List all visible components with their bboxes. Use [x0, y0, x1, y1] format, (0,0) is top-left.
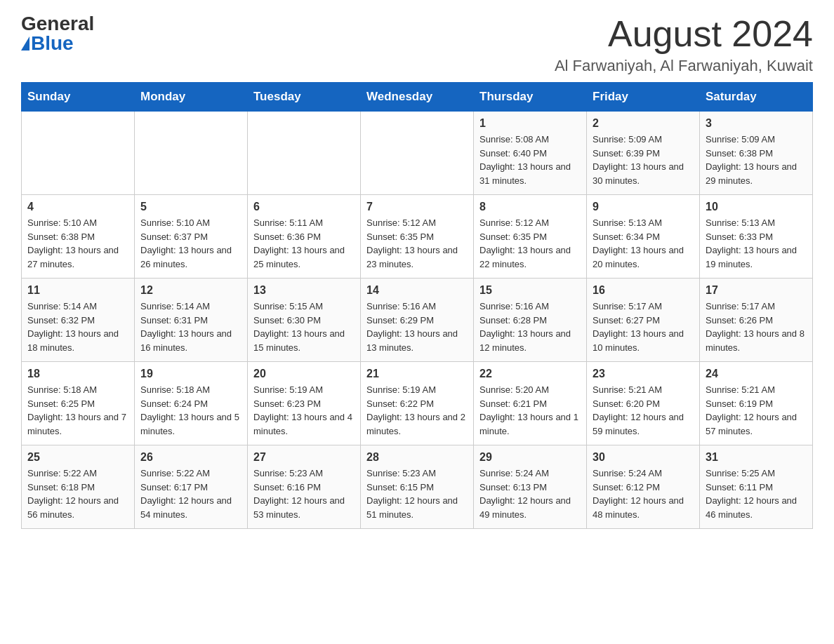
day-info: Sunrise: 5:21 AM Sunset: 6:20 PM Dayligh… [593, 383, 694, 438]
calendar-cell: 22Sunrise: 5:20 AM Sunset: 6:21 PM Dayli… [474, 362, 587, 445]
day-number: 19 [140, 368, 241, 380]
day-number: 7 [366, 201, 468, 213]
calendar-cell: 24Sunrise: 5:21 AM Sunset: 6:19 PM Dayli… [700, 362, 813, 445]
calendar-cell: 8Sunrise: 5:12 AM Sunset: 6:35 PM Daylig… [474, 195, 587, 279]
day-number: 15 [479, 284, 581, 297]
day-number: 28 [366, 451, 468, 464]
day-number: 29 [479, 451, 581, 464]
calendar-week-row: 4Sunrise: 5:10 AM Sunset: 6:38 PM Daylig… [22, 195, 813, 279]
calendar-cell: 17Sunrise: 5:17 AM Sunset: 6:26 PM Dayli… [700, 279, 813, 362]
calendar-cell: 31Sunrise: 5:25 AM Sunset: 6:11 PM Dayli… [700, 445, 813, 529]
day-info: Sunrise: 5:09 AM Sunset: 6:38 PM Dayligh… [706, 133, 807, 187]
day-number: 21 [366, 368, 468, 380]
calendar-cell: 4Sunrise: 5:10 AM Sunset: 6:38 PM Daylig… [22, 195, 135, 279]
day-info: Sunrise: 5:18 AM Sunset: 6:24 PM Dayligh… [140, 383, 241, 438]
day-info: Sunrise: 5:19 AM Sunset: 6:22 PM Dayligh… [366, 383, 468, 438]
day-info: Sunrise: 5:11 AM Sunset: 6:36 PM Dayligh… [253, 216, 355, 271]
logo-blue-text: Blue [21, 34, 74, 53]
day-info: Sunrise: 5:14 AM Sunset: 6:32 PM Dayligh… [27, 300, 128, 354]
weekday-header-sunday: Sunday [22, 83, 135, 112]
day-number: 14 [366, 284, 468, 297]
day-number: 30 [593, 451, 694, 464]
day-number: 26 [140, 451, 241, 464]
logo: General Blue [21, 14, 94, 53]
day-info: Sunrise: 5:23 AM Sunset: 6:15 PM Dayligh… [366, 467, 468, 521]
day-number: 1 [479, 117, 581, 130]
calendar-cell [248, 112, 361, 195]
day-number: 24 [706, 368, 807, 380]
day-info: Sunrise: 5:12 AM Sunset: 6:35 PM Dayligh… [366, 216, 468, 271]
day-number: 17 [706, 284, 807, 297]
day-info: Sunrise: 5:22 AM Sunset: 6:18 PM Dayligh… [27, 467, 128, 521]
calendar-cell [22, 112, 135, 195]
month-title: August 2024 [555, 14, 813, 54]
logo-general-text: General [21, 14, 94, 34]
day-info: Sunrise: 5:19 AM Sunset: 6:23 PM Dayligh… [253, 383, 355, 438]
calendar-table: SundayMondayTuesdayWednesdayThursdayFrid… [21, 82, 813, 529]
day-info: Sunrise: 5:16 AM Sunset: 6:28 PM Dayligh… [479, 300, 581, 354]
calendar-cell: 27Sunrise: 5:23 AM Sunset: 6:16 PM Dayli… [248, 445, 361, 529]
day-info: Sunrise: 5:24 AM Sunset: 6:13 PM Dayligh… [479, 467, 581, 521]
day-info: Sunrise: 5:22 AM Sunset: 6:17 PM Dayligh… [140, 467, 241, 521]
weekday-header-wednesday: Wednesday [361, 83, 474, 112]
calendar-cell: 12Sunrise: 5:14 AM Sunset: 6:31 PM Dayli… [135, 279, 248, 362]
weekday-header-friday: Friday [587, 83, 700, 112]
calendar-cell: 15Sunrise: 5:16 AM Sunset: 6:28 PM Dayli… [474, 279, 587, 362]
location-title: Al Farwaniyah, Al Farwaniyah, Kuwait [555, 57, 813, 75]
day-info: Sunrise: 5:20 AM Sunset: 6:21 PM Dayligh… [479, 383, 581, 438]
day-number: 22 [479, 368, 581, 380]
calendar-cell: 1Sunrise: 5:08 AM Sunset: 6:40 PM Daylig… [474, 112, 587, 195]
day-info: Sunrise: 5:13 AM Sunset: 6:34 PM Dayligh… [593, 216, 694, 271]
calendar-cell: 23Sunrise: 5:21 AM Sunset: 6:20 PM Dayli… [587, 362, 700, 445]
day-number: 8 [479, 201, 581, 213]
day-info: Sunrise: 5:09 AM Sunset: 6:39 PM Dayligh… [593, 133, 694, 187]
weekday-header-tuesday: Tuesday [248, 83, 361, 112]
day-info: Sunrise: 5:10 AM Sunset: 6:38 PM Dayligh… [27, 216, 128, 271]
calendar-cell: 9Sunrise: 5:13 AM Sunset: 6:34 PM Daylig… [587, 195, 700, 279]
day-number: 13 [253, 284, 355, 297]
day-number: 4 [27, 201, 128, 213]
day-number: 3 [706, 117, 807, 130]
day-number: 11 [27, 284, 128, 297]
calendar-cell: 21Sunrise: 5:19 AM Sunset: 6:22 PM Dayli… [361, 362, 474, 445]
calendar-cell: 18Sunrise: 5:18 AM Sunset: 6:25 PM Dayli… [22, 362, 135, 445]
calendar-cell: 29Sunrise: 5:24 AM Sunset: 6:13 PM Dayli… [474, 445, 587, 529]
weekday-header-row: SundayMondayTuesdayWednesdayThursdayFrid… [22, 83, 813, 112]
day-number: 2 [593, 117, 694, 130]
day-info: Sunrise: 5:08 AM Sunset: 6:40 PM Dayligh… [479, 133, 581, 187]
day-number: 31 [706, 451, 807, 464]
calendar-cell: 20Sunrise: 5:19 AM Sunset: 6:23 PM Dayli… [248, 362, 361, 445]
logo-triangle-icon [21, 36, 29, 51]
calendar-cell: 19Sunrise: 5:18 AM Sunset: 6:24 PM Dayli… [135, 362, 248, 445]
weekday-header-monday: Monday [135, 83, 248, 112]
day-number: 27 [253, 451, 355, 464]
calendar-cell [135, 112, 248, 195]
day-info: Sunrise: 5:21 AM Sunset: 6:19 PM Dayligh… [706, 383, 807, 438]
calendar-week-row: 18Sunrise: 5:18 AM Sunset: 6:25 PM Dayli… [22, 362, 813, 445]
calendar-cell: 28Sunrise: 5:23 AM Sunset: 6:15 PM Dayli… [361, 445, 474, 529]
calendar-cell: 13Sunrise: 5:15 AM Sunset: 6:30 PM Dayli… [248, 279, 361, 362]
day-number: 6 [253, 201, 355, 213]
calendar-week-row: 25Sunrise: 5:22 AM Sunset: 6:18 PM Dayli… [22, 445, 813, 529]
day-number: 18 [27, 368, 128, 380]
day-number: 9 [593, 201, 694, 213]
calendar-week-row: 1Sunrise: 5:08 AM Sunset: 6:40 PM Daylig… [22, 112, 813, 195]
calendar-cell: 5Sunrise: 5:10 AM Sunset: 6:37 PM Daylig… [135, 195, 248, 279]
day-number: 12 [140, 284, 241, 297]
weekday-header-saturday: Saturday [700, 83, 813, 112]
day-info: Sunrise: 5:23 AM Sunset: 6:16 PM Dayligh… [253, 467, 355, 521]
calendar-cell: 6Sunrise: 5:11 AM Sunset: 6:36 PM Daylig… [248, 195, 361, 279]
calendar-cell: 26Sunrise: 5:22 AM Sunset: 6:17 PM Dayli… [135, 445, 248, 529]
calendar-week-row: 11Sunrise: 5:14 AM Sunset: 6:32 PM Dayli… [22, 279, 813, 362]
day-info: Sunrise: 5:25 AM Sunset: 6:11 PM Dayligh… [706, 467, 807, 521]
day-number: 23 [593, 368, 694, 380]
day-info: Sunrise: 5:15 AM Sunset: 6:30 PM Dayligh… [253, 300, 355, 354]
day-info: Sunrise: 5:12 AM Sunset: 6:35 PM Dayligh… [479, 216, 581, 271]
day-info: Sunrise: 5:10 AM Sunset: 6:37 PM Dayligh… [140, 216, 241, 271]
day-number: 5 [140, 201, 241, 213]
calendar-cell: 16Sunrise: 5:17 AM Sunset: 6:27 PM Dayli… [587, 279, 700, 362]
weekday-header-thursday: Thursday [474, 83, 587, 112]
calendar-cell: 14Sunrise: 5:16 AM Sunset: 6:29 PM Dayli… [361, 279, 474, 362]
calendar-cell: 25Sunrise: 5:22 AM Sunset: 6:18 PM Dayli… [22, 445, 135, 529]
day-info: Sunrise: 5:14 AM Sunset: 6:31 PM Dayligh… [140, 300, 241, 354]
